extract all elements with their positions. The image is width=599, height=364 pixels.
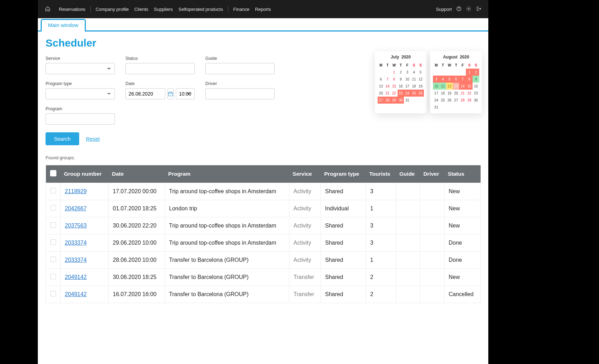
calendar-day[interactable]: 18: [411, 83, 417, 90]
calendar-day[interactable]: 15: [391, 83, 398, 90]
guide-input[interactable]: [205, 63, 275, 74]
program-input[interactable]: [46, 113, 115, 125]
calendar-day[interactable]: 8: [466, 76, 473, 83]
calendar-day[interactable]: 4: [411, 69, 417, 76]
status-input[interactable]: [125, 63, 195, 74]
calendar-day[interactable]: 1: [391, 69, 398, 76]
calendar-day[interactable]: 27: [378, 97, 384, 104]
help-icon[interactable]: [456, 6, 462, 13]
nav-selfoperated-products[interactable]: Selfoperated products: [175, 7, 226, 12]
calendar-day[interactable]: 24: [433, 97, 440, 104]
calendar-day[interactable]: 8: [391, 76, 398, 83]
date-input[interactable]: [125, 88, 165, 99]
calendar-day[interactable]: 26: [417, 90, 424, 97]
calendar-day[interactable]: 15: [466, 83, 473, 90]
calendar-day[interactable]: 7: [459, 76, 466, 83]
time-select[interactable]: 10:00: [176, 88, 195, 99]
logout-icon[interactable]: [476, 6, 481, 13]
calendar-icon[interactable]: [167, 88, 174, 99]
nav-clients[interactable]: Clients: [132, 7, 151, 12]
calendar-day[interactable]: 10: [433, 83, 440, 90]
calendar-day[interactable]: 13: [453, 83, 460, 90]
calendar-day[interactable]: 29: [391, 97, 398, 104]
nav-reservations[interactable]: Reservations: [56, 7, 88, 12]
calendar-day[interactable]: 4: [440, 76, 446, 83]
group-link[interactable]: 2049142: [65, 274, 87, 280]
calendar-day[interactable]: 13: [378, 83, 384, 90]
calendar-day[interactable]: 25: [411, 90, 417, 97]
calendar-day[interactable]: 27: [453, 97, 460, 104]
calendar-day[interactable]: 31: [404, 97, 411, 104]
calendar-day[interactable]: 30: [398, 97, 404, 104]
calendar-day[interactable]: 19: [446, 90, 453, 97]
calendar-day[interactable]: 2: [473, 69, 479, 76]
row-checkbox[interactable]: [50, 274, 56, 279]
group-link[interactable]: 2037563: [65, 223, 87, 229]
calendar-day[interactable]: 14: [459, 83, 466, 90]
calendar-day[interactable]: 18: [440, 90, 446, 97]
group-link[interactable]: 2118929: [65, 188, 87, 194]
service-select[interactable]: [46, 63, 115, 74]
program-type-select[interactable]: [46, 88, 115, 99]
calendar-day[interactable]: 14: [384, 83, 391, 90]
calendar-day[interactable]: 12: [446, 83, 453, 90]
calendar-day[interactable]: 21: [459, 90, 466, 97]
calendar-day[interactable]: 23: [473, 90, 479, 97]
calendar-day[interactable]: 16: [398, 83, 404, 90]
nav-reports[interactable]: Reports: [252, 7, 274, 12]
calendar-day[interactable]: 5: [417, 69, 424, 76]
row-checkbox[interactable]: [50, 205, 56, 211]
home-icon[interactable]: [45, 6, 50, 13]
group-link[interactable]: 2042667: [65, 205, 87, 211]
calendar-day[interactable]: 28: [384, 97, 391, 104]
calendar-day[interactable]: 17: [433, 90, 440, 97]
nav-finance[interactable]: Finance: [230, 7, 252, 12]
row-checkbox[interactable]: [50, 222, 56, 228]
calendar-day[interactable]: 6: [453, 76, 460, 83]
nav-suppliers[interactable]: Suppliers: [151, 7, 175, 12]
gear-icon[interactable]: [466, 6, 471, 13]
calendar-day[interactable]: 16: [473, 83, 479, 90]
driver-input[interactable]: [205, 88, 275, 99]
row-checkbox[interactable]: [50, 239, 56, 245]
calendar-day[interactable]: 17: [404, 83, 411, 90]
select-all-checkbox[interactable]: [50, 170, 56, 176]
calendar-day[interactable]: 2: [398, 69, 404, 76]
calendar-day[interactable]: 22: [391, 90, 398, 97]
calendar-day[interactable]: 20: [378, 90, 384, 97]
row-checkbox[interactable]: [50, 188, 56, 194]
calendar-day[interactable]: 11: [440, 83, 446, 90]
calendar-day[interactable]: 3: [404, 69, 411, 76]
calendar-day[interactable]: 10: [404, 76, 411, 83]
group-link[interactable]: 2033374: [65, 240, 87, 246]
calendar-day[interactable]: 11: [411, 76, 417, 83]
calendar-day[interactable]: 30: [473, 97, 479, 104]
search-button[interactable]: Search: [46, 132, 79, 145]
calendar-day[interactable]: 29: [466, 97, 473, 104]
calendar-day[interactable]: 12: [417, 76, 424, 83]
calendar-day[interactable]: 28: [459, 97, 466, 104]
calendar-day[interactable]: 24: [404, 90, 411, 97]
calendar-day[interactable]: 22: [466, 90, 473, 97]
tab-main-window[interactable]: Main window: [41, 19, 86, 31]
group-link[interactable]: 2049142: [65, 291, 87, 297]
calendar-day[interactable]: 9: [398, 76, 404, 83]
calendar-day[interactable]: 1: [466, 69, 473, 76]
calendar-day[interactable]: 20: [453, 90, 460, 97]
calendar-day[interactable]: 31: [433, 104, 440, 111]
calendar-day[interactable]: 7: [384, 76, 391, 83]
nav-support[interactable]: Support: [436, 7, 452, 12]
nav-company-profile[interactable]: Company profile: [93, 7, 132, 12]
calendar-day[interactable]: 3: [433, 76, 440, 83]
calendar-day[interactable]: 26: [446, 97, 453, 104]
calendar-day[interactable]: 9: [473, 76, 479, 83]
calendar-day[interactable]: 6: [378, 76, 384, 83]
calendar-day[interactable]: 25: [440, 97, 446, 104]
calendar-day[interactable]: 19: [417, 83, 424, 90]
reset-link[interactable]: Reset: [86, 136, 100, 142]
calendar-day[interactable]: 21: [384, 90, 391, 97]
row-checkbox[interactable]: [50, 257, 56, 262]
calendar-day[interactable]: 5: [446, 76, 453, 83]
calendar-day[interactable]: 23: [398, 90, 404, 97]
row-checkbox[interactable]: [50, 291, 56, 296]
